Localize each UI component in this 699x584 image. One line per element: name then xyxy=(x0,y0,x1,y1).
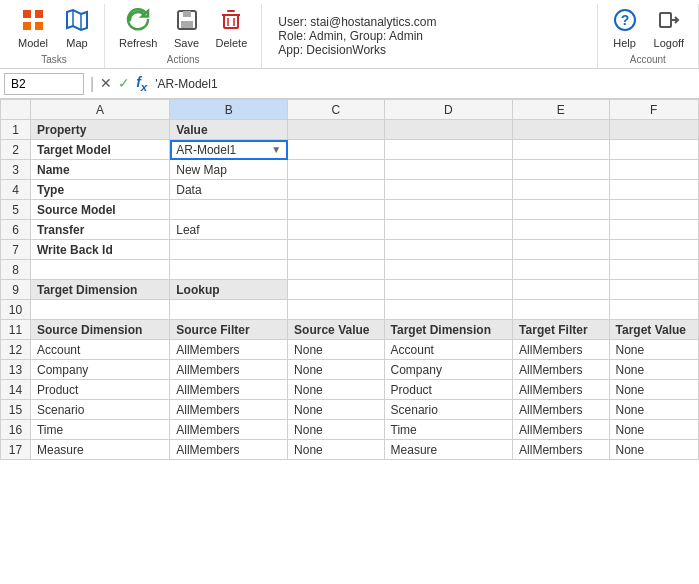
cell-r4-c3[interactable] xyxy=(384,180,513,200)
cell-r5-c5[interactable] xyxy=(609,200,698,220)
cell-r16-c0[interactable]: Time xyxy=(30,420,169,440)
cell-r2-c5[interactable] xyxy=(609,140,698,160)
col-header-b[interactable]: B xyxy=(170,100,288,120)
cell-r7-c4[interactable] xyxy=(513,240,609,260)
row-header-3[interactable]: 3 xyxy=(1,160,31,180)
cell-r4-c5[interactable] xyxy=(609,180,698,200)
cell-r1-c3[interactable] xyxy=(384,120,513,140)
cell-r17-c3[interactable]: Measure xyxy=(384,440,513,460)
cell-r9-c1[interactable]: Lookup xyxy=(170,280,288,300)
cell-r11-c0[interactable]: Source Dimension xyxy=(30,320,169,340)
cancel-formula-icon[interactable]: ✕ xyxy=(100,75,112,91)
cell-r2-c2[interactable] xyxy=(288,140,384,160)
row-header-6[interactable]: 6 xyxy=(1,220,31,240)
cell-r5-c2[interactable] xyxy=(288,200,384,220)
cell-r8-c5[interactable] xyxy=(609,260,698,280)
cell-r3-c0[interactable]: Name xyxy=(30,160,169,180)
cell-r6-c1[interactable]: Leaf xyxy=(170,220,288,240)
cell-r13-c0[interactable]: Company xyxy=(30,360,169,380)
cell-reference[interactable]: B2 xyxy=(4,73,84,95)
cell-r10-c4[interactable] xyxy=(513,300,609,320)
row-header-17[interactable]: 17 xyxy=(1,440,31,460)
cell-r2-c4[interactable] xyxy=(513,140,609,160)
row-header-8[interactable]: 8 xyxy=(1,260,31,280)
cell-r16-c4[interactable]: AllMembers xyxy=(513,420,609,440)
row-header-10[interactable]: 10 xyxy=(1,300,31,320)
confirm-formula-icon[interactable]: ✓ xyxy=(118,75,130,91)
row-header-15[interactable]: 15 xyxy=(1,400,31,420)
cell-r17-c1[interactable]: AllMembers xyxy=(170,440,288,460)
cell-r6-c4[interactable] xyxy=(513,220,609,240)
model-button[interactable]: Model xyxy=(12,6,54,51)
cell-r17-c4[interactable]: AllMembers xyxy=(513,440,609,460)
cell-r4-c1[interactable]: Data xyxy=(170,180,288,200)
cell-r11-c3[interactable]: Target Dimension xyxy=(384,320,513,340)
cell-r10-c5[interactable] xyxy=(609,300,698,320)
cell-r9-c2[interactable] xyxy=(288,280,384,300)
cell-r7-c5[interactable] xyxy=(609,240,698,260)
cell-r4-c2[interactable] xyxy=(288,180,384,200)
cell-r14-c1[interactable]: AllMembers xyxy=(170,380,288,400)
cell-r14-c2[interactable]: None xyxy=(288,380,384,400)
refresh-button[interactable]: Refresh xyxy=(113,6,164,51)
cell-r7-c1[interactable] xyxy=(170,240,288,260)
cell-r15-c2[interactable]: None xyxy=(288,400,384,420)
row-header-16[interactable]: 16 xyxy=(1,420,31,440)
cell-r7-c2[interactable] xyxy=(288,240,384,260)
cell-r11-c5[interactable]: Target Value xyxy=(609,320,698,340)
cell-r14-c3[interactable]: Product xyxy=(384,380,513,400)
col-header-c[interactable]: C xyxy=(288,100,384,120)
cell-r13-c2[interactable]: None xyxy=(288,360,384,380)
cell-r6-c5[interactable] xyxy=(609,220,698,240)
cell-r8-c0[interactable] xyxy=(30,260,169,280)
row-header-12[interactable]: 12 xyxy=(1,340,31,360)
cell-r9-c0[interactable]: Target Dimension xyxy=(30,280,169,300)
cell-r2-c3[interactable] xyxy=(384,140,513,160)
cell-r10-c0[interactable] xyxy=(30,300,169,320)
cell-r3-c1[interactable]: New Map xyxy=(170,160,288,180)
cell-r2-c0[interactable]: Target Model xyxy=(30,140,169,160)
cell-r1-c4[interactable] xyxy=(513,120,609,140)
cell-r8-c1[interactable] xyxy=(170,260,288,280)
cell-r14-c5[interactable]: None xyxy=(609,380,698,400)
cell-r1-c5[interactable] xyxy=(609,120,698,140)
cell-r5-c3[interactable] xyxy=(384,200,513,220)
cell-r3-c2[interactable] xyxy=(288,160,384,180)
row-header-7[interactable]: 7 xyxy=(1,240,31,260)
cell-r4-c4[interactable] xyxy=(513,180,609,200)
map-button[interactable]: Map xyxy=(58,6,96,51)
cell-r16-c1[interactable]: AllMembers xyxy=(170,420,288,440)
formula-input[interactable] xyxy=(151,77,699,91)
cell-r17-c2[interactable]: None xyxy=(288,440,384,460)
cell-r6-c0[interactable]: Transfer xyxy=(30,220,169,240)
cell-r16-c5[interactable]: None xyxy=(609,420,698,440)
cell-r1-c1[interactable]: Value xyxy=(170,120,288,140)
cell-r11-c2[interactable]: Source Value xyxy=(288,320,384,340)
cell-r10-c3[interactable] xyxy=(384,300,513,320)
cell-r7-c3[interactable] xyxy=(384,240,513,260)
row-header-5[interactable]: 5 xyxy=(1,200,31,220)
row-header-9[interactable]: 9 xyxy=(1,280,31,300)
save-button[interactable]: Save xyxy=(168,6,206,51)
cell-r7-c0[interactable]: Write Back Id xyxy=(30,240,169,260)
cell-r15-c4[interactable]: AllMembers xyxy=(513,400,609,420)
cell-r10-c1[interactable] xyxy=(170,300,288,320)
cell-r2-c1[interactable]: AR-Model1▼ xyxy=(170,140,288,160)
cell-r3-c5[interactable] xyxy=(609,160,698,180)
row-header-4[interactable]: 4 xyxy=(1,180,31,200)
cell-r16-c2[interactable]: None xyxy=(288,420,384,440)
delete-button[interactable]: Delete xyxy=(210,6,254,51)
cell-r3-c3[interactable] xyxy=(384,160,513,180)
logoff-button[interactable]: Logoff xyxy=(648,6,690,51)
cell-r8-c2[interactable] xyxy=(288,260,384,280)
cell-r15-c5[interactable]: None xyxy=(609,400,698,420)
cell-r9-c4[interactable] xyxy=(513,280,609,300)
cell-r12-c5[interactable]: None xyxy=(609,340,698,360)
row-header-11[interactable]: 11 xyxy=(1,320,31,340)
cell-r6-c2[interactable] xyxy=(288,220,384,240)
function-icon[interactable]: fx xyxy=(136,74,147,93)
cell-r12-c3[interactable]: Account xyxy=(384,340,513,360)
cell-r1-c0[interactable]: Property xyxy=(30,120,169,140)
cell-r13-c3[interactable]: Company xyxy=(384,360,513,380)
cell-r11-c1[interactable]: Source Filter xyxy=(170,320,288,340)
